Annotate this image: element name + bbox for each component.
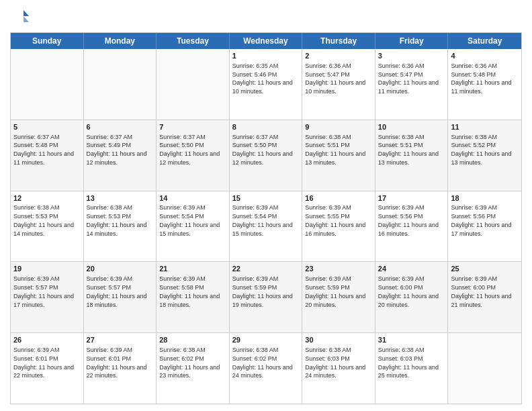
day-number: 7	[159, 122, 226, 132]
day-info: Sunrise: 6:38 AM Sunset: 6:03 PM Dayligh…	[378, 347, 439, 379]
day-info: Sunrise: 6:39 AM Sunset: 5:56 PM Dayligh…	[451, 204, 511, 236]
calendar-cell-3-0: 19Sunrise: 6:39 AM Sunset: 5:57 PM Dayli…	[11, 262, 84, 332]
day-info: Sunrise: 6:37 AM Sunset: 5:48 PM Dayligh…	[13, 134, 74, 166]
day-number: 31	[378, 335, 445, 345]
header	[10, 7, 522, 27]
day-number: 11	[451, 122, 519, 132]
day-info: Sunrise: 6:39 AM Sunset: 5:59 PM Dayligh…	[305, 275, 365, 308]
calendar-cell-3-4: 23Sunrise: 6:39 AM Sunset: 5:59 PM Dayli…	[302, 262, 375, 332]
day-number: 21	[159, 264, 226, 274]
calendar-cell-2-2: 14Sunrise: 6:39 AM Sunset: 5:54 PM Dayli…	[157, 191, 230, 262]
day-info: Sunrise: 6:36 AM Sunset: 5:48 PM Dayligh…	[451, 62, 511, 95]
day-info: Sunrise: 6:39 AM Sunset: 5:54 PM Dayligh…	[159, 204, 220, 236]
calendar-cell-0-6: 4Sunrise: 6:36 AM Sunset: 5:48 PM Daylig…	[448, 49, 521, 120]
day-info: Sunrise: 6:39 AM Sunset: 5:56 PM Dayligh…	[378, 204, 439, 236]
day-info: Sunrise: 6:38 AM Sunset: 6:02 PM Dayligh…	[232, 347, 293, 379]
calendar-row-2: 12Sunrise: 6:38 AM Sunset: 5:53 PM Dayli…	[11, 191, 521, 263]
day-info: Sunrise: 6:39 AM Sunset: 5:59 PM Dayligh…	[232, 275, 293, 308]
day-number: 23	[305, 264, 372, 274]
calendar-cell-4-2: 28Sunrise: 6:38 AM Sunset: 6:02 PM Dayli…	[157, 333, 230, 404]
day-number: 5	[13, 122, 81, 132]
day-info: Sunrise: 6:35 AM Sunset: 5:46 PM Dayligh…	[232, 62, 293, 95]
day-info: Sunrise: 6:38 AM Sunset: 5:53 PM Dayligh…	[13, 204, 74, 236]
calendar-row-1: 5Sunrise: 6:37 AM Sunset: 5:48 PM Daylig…	[11, 120, 521, 191]
calendar-cell-1-5: 10Sunrise: 6:38 AM Sunset: 5:51 PM Dayli…	[375, 120, 449, 191]
day-info: Sunrise: 6:38 AM Sunset: 5:53 PM Dayligh…	[87, 204, 147, 236]
calendar-cell-1-1: 6Sunrise: 6:37 AM Sunset: 5:49 PM Daylig…	[84, 120, 157, 191]
calendar-cell-2-1: 13Sunrise: 6:38 AM Sunset: 5:53 PM Dayli…	[84, 191, 157, 262]
weekday-header-thursday: Thursday	[302, 33, 375, 49]
calendar-cell-2-0: 12Sunrise: 6:38 AM Sunset: 5:53 PM Dayli…	[11, 191, 84, 262]
day-info: Sunrise: 6:39 AM Sunset: 6:00 PM Dayligh…	[451, 275, 511, 308]
calendar-cell-2-6: 18Sunrise: 6:39 AM Sunset: 5:56 PM Dayli…	[448, 191, 521, 262]
calendar-cell-4-4: 30Sunrise: 6:38 AM Sunset: 6:03 PM Dayli…	[302, 333, 375, 404]
day-number: 19	[13, 264, 81, 274]
day-info: Sunrise: 6:39 AM Sunset: 6:00 PM Dayligh…	[378, 275, 439, 308]
day-info: Sunrise: 6:39 AM Sunset: 5:55 PM Dayligh…	[305, 204, 365, 236]
day-number: 1	[232, 51, 300, 61]
day-info: Sunrise: 6:39 AM Sunset: 5:58 PM Dayligh…	[159, 275, 220, 308]
calendar-cell-2-4: 16Sunrise: 6:39 AM Sunset: 5:55 PM Dayli…	[302, 191, 375, 262]
calendar-cell-0-3: 1Sunrise: 6:35 AM Sunset: 5:46 PM Daylig…	[230, 49, 303, 120]
day-info: Sunrise: 6:36 AM Sunset: 5:47 PM Dayligh…	[305, 62, 365, 95]
day-number: 9	[305, 122, 372, 132]
day-number: 18	[451, 193, 519, 203]
calendar: SundayMondayTuesdayWednesdayThursdayFrid…	[10, 32, 522, 404]
day-info: Sunrise: 6:37 AM Sunset: 5:50 PM Dayligh…	[159, 134, 220, 166]
day-number: 4	[451, 51, 519, 61]
svg-marker-0	[24, 10, 29, 16]
svg-marker-1	[24, 16, 29, 22]
calendar-cell-3-1: 20Sunrise: 6:39 AM Sunset: 5:57 PM Dayli…	[84, 262, 157, 332]
calendar-body: 1Sunrise: 6:35 AM Sunset: 5:46 PM Daylig…	[11, 49, 521, 404]
calendar-row-3: 19Sunrise: 6:39 AM Sunset: 5:57 PM Dayli…	[11, 262, 521, 333]
calendar-row-4: 26Sunrise: 6:39 AM Sunset: 6:01 PM Dayli…	[11, 333, 521, 404]
day-number: 26	[13, 335, 81, 345]
calendar-cell-3-6: 25Sunrise: 6:39 AM Sunset: 6:00 PM Dayli…	[448, 262, 521, 332]
calendar-cell-0-0	[11, 49, 84, 120]
day-number: 8	[232, 122, 300, 132]
calendar-cell-1-2: 7Sunrise: 6:37 AM Sunset: 5:50 PM Daylig…	[157, 120, 230, 191]
calendar-cell-4-6	[448, 333, 521, 404]
day-info: Sunrise: 6:37 AM Sunset: 5:50 PM Dayligh…	[232, 134, 293, 166]
calendar-cell-3-5: 24Sunrise: 6:39 AM Sunset: 6:00 PM Dayli…	[375, 262, 449, 332]
weekday-header-wednesday: Wednesday	[230, 33, 303, 49]
day-info: Sunrise: 6:39 AM Sunset: 5:57 PM Dayligh…	[87, 275, 147, 308]
day-info: Sunrise: 6:39 AM Sunset: 5:57 PM Dayligh…	[13, 275, 74, 308]
calendar-cell-4-0: 26Sunrise: 6:39 AM Sunset: 6:01 PM Dayli…	[11, 333, 84, 404]
day-number: 16	[305, 193, 372, 203]
calendar-cell-1-4: 9Sunrise: 6:38 AM Sunset: 5:51 PM Daylig…	[302, 120, 375, 191]
day-number: 28	[159, 335, 226, 345]
day-number: 12	[13, 193, 81, 203]
day-info: Sunrise: 6:37 AM Sunset: 5:49 PM Dayligh…	[87, 134, 147, 166]
day-info: Sunrise: 6:38 AM Sunset: 6:03 PM Dayligh…	[305, 347, 365, 379]
day-number: 25	[451, 264, 519, 274]
page: SundayMondayTuesdayWednesdayThursdayFrid…	[0, 0, 532, 411]
day-info: Sunrise: 6:38 AM Sunset: 5:51 PM Dayligh…	[305, 134, 365, 166]
day-number: 2	[305, 51, 372, 61]
day-number: 24	[378, 264, 445, 274]
day-number: 6	[87, 122, 154, 132]
day-number: 3	[378, 51, 445, 61]
day-number: 13	[87, 193, 154, 203]
calendar-cell-0-4: 2Sunrise: 6:36 AM Sunset: 5:47 PM Daylig…	[302, 49, 375, 120]
day-number: 29	[232, 335, 300, 345]
calendar-cell-0-5: 3Sunrise: 6:36 AM Sunset: 5:47 PM Daylig…	[375, 49, 449, 120]
calendar-cell-0-2	[157, 49, 230, 120]
logo-icon	[10, 7, 30, 27]
day-number: 27	[87, 335, 154, 345]
day-info: Sunrise: 6:38 AM Sunset: 6:02 PM Dayligh…	[159, 347, 220, 379]
day-number: 30	[305, 335, 372, 345]
weekday-header-monday: Monday	[84, 33, 157, 49]
calendar-cell-3-3: 22Sunrise: 6:39 AM Sunset: 5:59 PM Dayli…	[230, 262, 303, 332]
day-info: Sunrise: 6:39 AM Sunset: 6:01 PM Dayligh…	[87, 347, 147, 379]
calendar-cell-1-3: 8Sunrise: 6:37 AM Sunset: 5:50 PM Daylig…	[230, 120, 303, 191]
calendar-cell-0-1	[84, 49, 157, 120]
weekday-header-tuesday: Tuesday	[157, 33, 230, 49]
calendar-cell-4-3: 29Sunrise: 6:38 AM Sunset: 6:02 PM Dayli…	[230, 333, 303, 404]
weekday-header-sunday: Sunday	[11, 33, 84, 49]
calendar-row-0: 1Sunrise: 6:35 AM Sunset: 5:46 PM Daylig…	[11, 49, 521, 120]
day-number: 14	[159, 193, 226, 203]
day-info: Sunrise: 6:39 AM Sunset: 6:01 PM Dayligh…	[13, 347, 74, 379]
weekday-header-saturday: Saturday	[448, 33, 521, 49]
calendar-cell-4-5: 31Sunrise: 6:38 AM Sunset: 6:03 PM Dayli…	[375, 333, 449, 404]
